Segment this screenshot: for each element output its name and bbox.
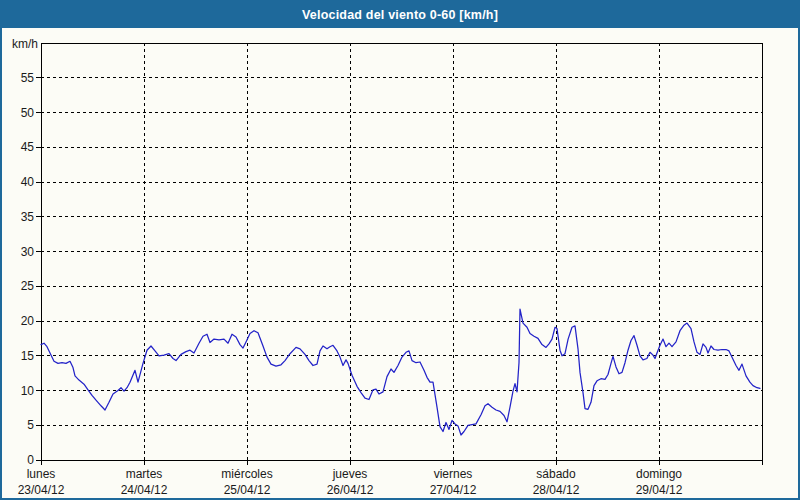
x-day-label: domingo — [636, 467, 682, 481]
y-tick-label: 35 — [21, 210, 35, 224]
y-axis-unit-label: km/h — [12, 37, 38, 51]
x-date-label: 28/04/12 — [533, 483, 580, 497]
x-day-label: viernes — [434, 467, 473, 481]
x-date-label: 24/04/12 — [121, 483, 168, 497]
title-bar: Velocidad del viento 0-60 [km/h] — [2, 2, 798, 28]
plot-layers: 0510152025303540455055lunes23/04/12marte… — [18, 43, 762, 497]
x-day-label: lunes — [27, 467, 56, 481]
x-day-label: sábado — [536, 467, 576, 481]
y-tick-label: 40 — [21, 175, 35, 189]
y-tick-label: 45 — [21, 140, 35, 154]
y-tick-label: 10 — [21, 384, 35, 398]
x-date-label: 29/04/12 — [636, 483, 683, 497]
x-day-label: miércoles — [221, 467, 272, 481]
y-tick-label: 0 — [27, 453, 34, 467]
y-tick-label: 5 — [27, 418, 34, 432]
y-tick-label: 55 — [21, 71, 35, 85]
chart-area: 0510152025303540455055lunes23/04/12marte… — [2, 28, 798, 498]
x-date-label: 26/04/12 — [327, 483, 374, 497]
x-day-label: martes — [126, 467, 163, 481]
y-tick-label: 20 — [21, 314, 35, 328]
chart-window: Velocidad del viento 0-60 [km/h] 0510152… — [0, 0, 800, 500]
y-tick-label: 15 — [21, 349, 35, 363]
y-tick-label: 50 — [21, 106, 35, 120]
y-tick-label: 25 — [21, 279, 35, 293]
x-date-label: 25/04/12 — [224, 483, 271, 497]
y-tick-label: 30 — [21, 245, 35, 259]
wind-speed-chart: 0510152025303540455055lunes23/04/12marte… — [2, 28, 798, 498]
chart-title: Velocidad del viento 0-60 [km/h] — [302, 8, 498, 22]
x-date-label: 27/04/12 — [430, 483, 477, 497]
x-date-label: 23/04/12 — [18, 483, 65, 497]
x-day-label: jueves — [332, 467, 368, 481]
